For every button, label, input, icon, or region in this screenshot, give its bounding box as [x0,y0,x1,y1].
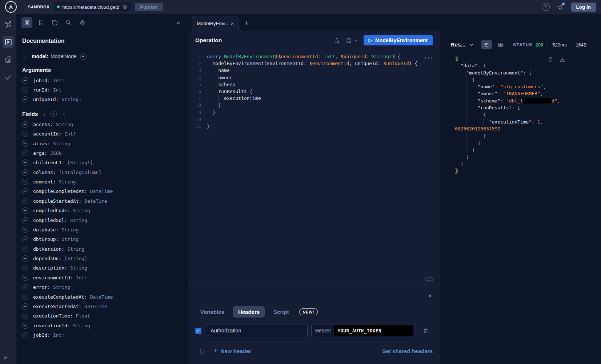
add-to-query-icon[interactable]: + [22,217,28,223]
field-type[interactable]: Int [53,87,61,93]
field-type[interactable]: JSON [50,150,61,156]
response-panel-title[interactable]: Res... [450,41,465,48]
field-type[interactable]: [String] [64,256,87,261]
history-icon[interactable] [49,17,60,28]
help-icon[interactable]: ? [542,3,550,11]
tab-variables[interactable]: Variables [195,306,229,318]
field-type[interactable]: Int! [64,131,76,137]
code-line[interactable]: 7executionTime [188,95,440,102]
add-to-query-icon[interactable]: + [22,284,28,290]
add-to-query-icon[interactable]: + [22,141,28,147]
field-type[interactable]: String [67,246,84,252]
field-type[interactable]: DateTime [84,198,107,204]
code-line[interactable]: 4owner [188,74,440,81]
saved-operations-bookmark-icon[interactable] [35,17,46,28]
field-type[interactable]: String [56,122,73,127]
field-item[interactable]: +jobId:Int! [22,76,180,85]
editor-overflow-menu-icon[interactable]: ••• [424,54,433,61]
operation-tab[interactable]: ModelByEnvi... × [192,16,239,31]
table-view-icon[interactable] [495,40,506,49]
field-type[interactable]: Int! [76,275,87,280]
field-type[interactable]: DateTime [90,189,113,194]
nav-schema-icon[interactable] [3,19,14,31]
raw-view-icon[interactable] [481,40,492,49]
code-line[interactable]: 6runResults { [188,88,440,95]
field-item[interactable]: +dbtVersion:String [22,244,180,254]
field-item[interactable]: +compileStartedAt:DateTime [22,196,180,206]
field-item[interactable]: +executeCompletedAt:DateTime [22,292,180,302]
collapse-dock-icon[interactable] [427,293,433,299]
search-icon[interactable] [63,17,74,28]
new-tab-icon[interactable]: + [244,20,249,27]
field-item[interactable]: +error:String [22,283,180,292]
download-response-icon[interactable] [560,57,565,62]
publish-button[interactable]: Publish [135,3,163,11]
field-item[interactable]: +dbtGroup:String [22,235,180,244]
add-to-query-icon[interactable]: + [22,265,28,271]
login-button[interactable]: Log in [571,3,596,12]
tab-headers[interactable]: Headers [233,306,265,318]
field-item[interactable]: +runId:Int [22,85,180,94]
save-operation-icon[interactable] [346,37,352,44]
add-to-query-icon[interactable]: + [22,87,28,93]
add-to-query-icon[interactable]: + [22,150,28,156]
code-line[interactable]: 5schema [188,81,440,88]
field-type[interactable]: DateTime [90,294,113,300]
add-to-query-icon[interactable]: + [22,159,28,166]
field-type[interactable]: [String!] [67,160,93,165]
code-line[interactable]: 10 [188,116,440,123]
save-options-chevron-icon[interactable] [354,39,358,43]
field-item[interactable]: +columns:[CatalogColumn] [22,167,180,177]
preflight-script-icon[interactable] [199,348,205,355]
code-line[interactable]: 11} [188,123,440,130]
field-type[interactable]: Int! [53,332,64,338]
announcements-icon[interactable] [557,4,564,11]
code-line[interactable]: 2modelByEnvironment(environmentId: $envi… [188,60,440,67]
header-name-input[interactable]: Authorization [206,324,308,337]
add-to-query-icon[interactable]: + [22,179,28,185]
connection-settings-gear-icon[interactable] [122,4,128,10]
field-item[interactable]: +executionTime:Float [22,311,180,321]
explorer-settings-gear-icon[interactable] [77,17,88,28]
field-item[interactable]: +description:String [22,263,180,273]
field-item[interactable]: +database:String [22,225,180,234]
add-to-query-icon[interactable]: + [22,198,28,204]
field-type[interactable]: String! [61,97,81,102]
field-item[interactable]: +executeStartedAt:DateTime [22,302,180,311]
add-to-query-icon[interactable]: + [22,332,28,338]
field-item[interactable]: +args:JSON [22,148,180,158]
add-to-query-icon[interactable]: + [22,323,28,329]
add-to-query-icon[interactable]: + [22,188,28,194]
expand-rail-icon[interactable]: » [4,354,7,361]
field-type[interactable]: Int! [53,78,64,83]
field-item[interactable]: +environmentId:Int! [22,273,180,282]
code-line[interactable]: 3name [188,67,440,74]
field-item[interactable]: +access:String [22,120,180,129]
field-type[interactable]: String [59,179,76,185]
query-editor[interactable]: 1query ModelByEnvironment($environmentId… [188,50,440,287]
add-all-fields-icon[interactable]: + [51,111,57,117]
add-to-query-icon[interactable]: + [22,169,28,175]
add-to-query-icon[interactable]: + [22,207,28,214]
add-to-query-icon[interactable]: + [22,227,28,233]
code-line[interactable]: 9} [188,109,440,116]
field-type[interactable]: String [61,227,79,232]
delete-header-icon[interactable] [422,328,429,334]
sort-fields-icon[interactable]: ↓ [43,111,45,117]
endpoint-url-box[interactable]: https://metadata.cloud.getd [53,2,131,12]
add-to-query-icon[interactable]: + [22,96,28,102]
field-item[interactable]: +accountId:Int! [22,129,180,139]
add-to-query-icon[interactable]: + [22,255,28,262]
nav-checks-icon[interactable] [3,71,14,83]
code-line[interactable]: 8} [188,102,440,109]
header-value-input[interactable]: Bearer YOUR_AUTH_TOKEN [311,324,416,337]
field-item[interactable]: +childrenL1:[String!] [22,158,180,167]
field-type[interactable]: String [73,208,90,213]
field-type[interactable]: [CatalogColumn] [59,170,101,175]
share-operation-icon[interactable] [334,37,340,44]
new-header-button[interactable]: + New header [213,347,251,355]
fields-options-chevron-icon[interactable] [62,112,66,116]
apollo-logo-icon[interactable]: A [5,1,17,13]
run-operation-button[interactable]: ▷ ModelByEnvironment [364,35,433,45]
field-type[interactable]: String [53,284,70,290]
